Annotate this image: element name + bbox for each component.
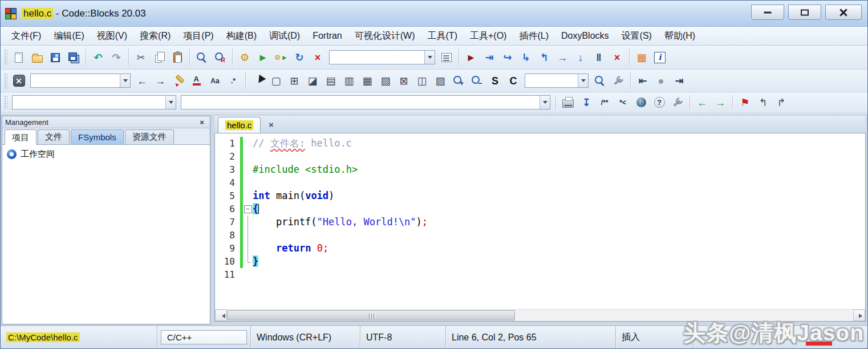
fortran-jump-combo-arrow[interactable]	[540, 96, 550, 109]
replace-icon[interactable]	[212, 50, 229, 66]
debug-continue-icon[interactable]: ►	[463, 50, 480, 66]
widget-split-icon[interactable]: ◪	[304, 73, 321, 89]
symbol-search-icon[interactable]	[591, 73, 609, 89]
menu-item-3[interactable]: 视图(V)	[91, 27, 133, 45]
regex-icon[interactable]: .*	[225, 73, 242, 89]
browse-forward-icon[interactable]: →	[712, 95, 729, 111]
zoom-in-icon[interactable]	[450, 73, 467, 89]
scrollbar-track[interactable]	[227, 310, 853, 321]
letter-s-icon[interactable]: S	[486, 73, 504, 89]
code-line-9[interactable]: 9 return 0;	[215, 242, 865, 255]
symbols-combo-arrow[interactable]	[578, 74, 588, 87]
copy-icon[interactable]	[151, 50, 168, 66]
close-button[interactable]	[825, 5, 862, 20]
doxy-line-comment-icon[interactable]: *<	[614, 95, 631, 111]
rebuild-icon[interactable]: ↻	[291, 50, 308, 66]
menu-item-13[interactable]: DoxyBlocks	[555, 27, 615, 45]
line-number[interactable]: 4	[215, 176, 240, 189]
select-target-icon[interactable]	[438, 50, 455, 66]
next-instruction-icon[interactable]: →	[554, 50, 571, 66]
fold-marker-icon[interactable]	[243, 202, 253, 216]
doxy-extract-icon[interactable]: ↧	[578, 95, 595, 111]
code-line-4[interactable]: 4	[215, 176, 865, 189]
menu-item-9[interactable]: 可视化设计(W)	[348, 27, 421, 45]
symbols-combo[interactable]	[525, 74, 589, 88]
browse-back-icon[interactable]: ←	[693, 95, 711, 111]
menu-item-7[interactable]: 调试(D)	[263, 27, 306, 45]
highlight-color-icon[interactable]	[188, 73, 205, 89]
match-case-icon[interactable]: Aa	[206, 73, 224, 89]
open-file-icon[interactable]	[29, 50, 46, 66]
various-info-icon[interactable]	[651, 50, 668, 66]
menu-item-5[interactable]: 项目(P)	[177, 27, 220, 45]
search-prev-icon[interactable]: ←	[133, 73, 151, 89]
step-into-instruction-icon[interactable]: ↓	[572, 50, 589, 66]
step-out-icon[interactable]: ↰	[536, 50, 553, 66]
paste-icon[interactable]	[169, 50, 186, 66]
line-number[interactable]: 9	[215, 242, 240, 255]
line-number[interactable]: 3	[215, 163, 240, 176]
menu-item-1[interactable]: 文件(F)	[5, 27, 47, 45]
step-into-icon[interactable]: ↳	[517, 50, 534, 66]
line-number[interactable]: 7	[215, 216, 240, 229]
debugging-windows-icon[interactable]: ▦	[633, 50, 650, 66]
redo-icon[interactable]: ↷	[108, 50, 125, 66]
break-debugger-icon[interactable]: ‖	[590, 50, 607, 66]
search-next-icon[interactable]: →	[152, 73, 169, 89]
code-line-11[interactable]: 11	[215, 268, 865, 281]
zoom-out-icon[interactable]	[468, 73, 485, 89]
next-line-icon[interactable]: ↪	[499, 50, 516, 66]
view-docs-icon[interactable]	[632, 95, 650, 111]
line-number[interactable]: 2	[215, 150, 240, 163]
run-to-cursor-icon[interactable]: ⇥	[481, 50, 498, 66]
toolbar-grip[interactable]	[4, 73, 7, 88]
sizer-vertical-icon[interactable]: ▥	[340, 73, 358, 89]
stop-debugger-icon[interactable]: ×	[609, 50, 626, 66]
fortran-jump-combo[interactable]	[181, 95, 550, 109]
sizer-flex-icon[interactable]: ▧	[377, 73, 394, 89]
tab-close-icon[interactable]: ×	[265, 119, 277, 131]
menu-item-6[interactable]: 构建(B)	[220, 27, 263, 45]
management-close-icon[interactable]: ×	[197, 118, 207, 127]
new-file-icon[interactable]	[10, 50, 27, 66]
doxy-block-comment-icon[interactable]: /**	[596, 95, 613, 111]
workspace-tree-item[interactable]: 工作空间	[7, 149, 205, 160]
build-icon[interactable]: ⚙	[236, 50, 253, 66]
bookmark-prev-icon[interactable]: ↰	[755, 95, 772, 111]
run-icon[interactable]: ►	[254, 50, 271, 66]
bookmark-icon[interactable]: ⚑	[736, 95, 753, 111]
help-icon[interactable]	[651, 95, 668, 111]
tab-hello-c[interactable]: hello.c	[218, 117, 261, 133]
cut-icon[interactable]: ✂	[132, 50, 149, 66]
menu-item-14[interactable]: 设置(S)	[615, 27, 658, 45]
find-icon[interactable]	[193, 50, 210, 66]
line-number[interactable]: 8	[215, 229, 240, 242]
code-line-3[interactable]: 3#include <stdio.h>	[215, 163, 865, 176]
build-target-combo-arrow[interactable]	[424, 51, 435, 64]
doxy-settings-icon[interactable]	[669, 95, 686, 111]
widget-notebook-icon[interactable]: ◫	[413, 73, 431, 89]
line-number[interactable]: 11	[215, 268, 240, 281]
menu-item-10[interactable]: 工具(T)	[421, 27, 464, 45]
code-line-2[interactable]: 2	[215, 150, 865, 163]
tab-files[interactable]: 文件	[38, 129, 70, 144]
undo-icon[interactable]: ↶	[90, 50, 107, 66]
menu-item-4[interactable]: 搜索(R)	[133, 27, 177, 45]
widget-custom-icon[interactable]: ▨	[432, 73, 449, 89]
tab-projects[interactable]: 项目	[5, 129, 36, 145]
line-number[interactable]: 6	[215, 202, 240, 216]
code-area[interactable]: 1// 文件名: hello.c23#include <stdio.h>45in…	[215, 133, 865, 309]
tab-fsymbols[interactable]: FSymbols	[71, 129, 124, 144]
save-icon[interactable]	[47, 50, 64, 66]
menu-item-8[interactable]: Fortran	[306, 27, 348, 45]
line-number[interactable]: 5	[215, 189, 240, 202]
code-line-1[interactable]: 1// 文件名: hello.c	[215, 137, 865, 150]
jump-back-icon[interactable]: ⇤	[634, 73, 651, 89]
scroll-left-icon[interactable]	[215, 310, 227, 321]
widget-spacer-icon[interactable]: ⊠	[395, 73, 412, 89]
build-target-combo[interactable]	[329, 50, 435, 64]
scrollbar-thumb[interactable]	[227, 310, 515, 320]
letter-c-icon[interactable]: C	[505, 73, 522, 89]
toolbar-grip[interactable]	[4, 95, 7, 109]
incremental-search-combo[interactable]	[30, 74, 131, 88]
